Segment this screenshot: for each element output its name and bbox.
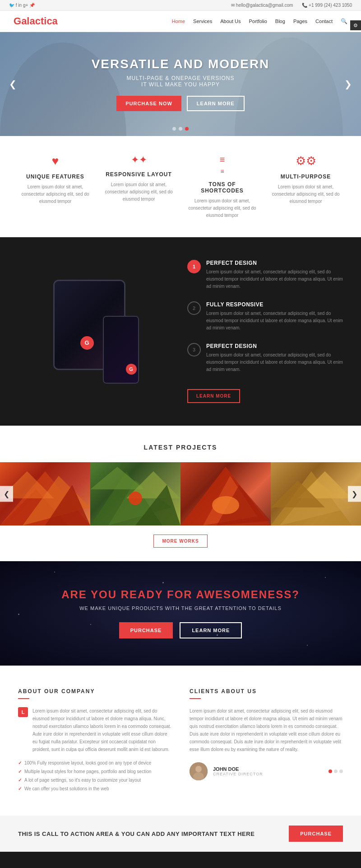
project-art-2 xyxy=(90,462,180,525)
logo-accent: G xyxy=(14,15,21,27)
learn-more-hero-button[interactable]: LEARN MORE xyxy=(187,96,245,111)
hero-title: VERSATILE AND MODERN xyxy=(92,57,270,71)
feature-num-3: 3 xyxy=(187,343,201,357)
dark-feature-3-title: PERFECT DESIGN xyxy=(206,343,347,349)
feature-multipurpose: ⚙⚙ MULTI-PURPOSE Lorem ipsum dolor sit a… xyxy=(264,154,347,219)
logo-text: alactica xyxy=(21,15,58,27)
nav-about[interactable]: About Us xyxy=(220,19,241,24)
more-works-button[interactable]: MORE WORKS xyxy=(153,535,207,548)
dark-feature-3-content: PERFECT DESIGN Lorem ipsum dolor sit ame… xyxy=(206,343,347,373)
stars-bg xyxy=(0,561,361,666)
feature-responsive-title: RESPONSIVE LAYOUT xyxy=(104,171,174,178)
cta-title-accent: AWESOMENESS? xyxy=(196,588,299,601)
shortcodes-icon: ≡≡ xyxy=(187,154,257,176)
svg-point-14 xyxy=(212,496,239,514)
gear-icon: ⚙⚙ xyxy=(271,154,341,168)
project-item-4[interactable] xyxy=(271,462,361,525)
svg-point-10 xyxy=(129,492,142,505)
projects-prev-arrow[interactable]: ❮ xyxy=(0,486,13,502)
pinterest-icon[interactable]: 📌 xyxy=(29,3,35,8)
hero-prev-arrow[interactable]: ❮ xyxy=(5,74,21,94)
settings-icon[interactable]: ⚙ xyxy=(350,20,361,30)
dark-learn-more-button[interactable]: LEARN MORE xyxy=(187,389,240,403)
dark-feature-1-content: PERFECT DESIGN Lorem ipsum dolor sit ame… xyxy=(206,260,347,290)
feature-unique: ♥ UNIQUE FEATURES Lorem ipsum dolor sit … xyxy=(14,154,97,219)
about-list-item-3: A lot of page settings, so it's easy to … xyxy=(18,776,171,784)
client-quote: Lorem ipsum dolor sit amet, consectetur … xyxy=(190,707,343,753)
cta-purchase-button[interactable]: PURCHASE xyxy=(119,622,173,638)
about-list-item-1: 100% Fully responsive layout, looks good… xyxy=(18,759,171,767)
cta-banner-text: THIS IS CALL TO ACTION AREA & YOU CAN AD… xyxy=(18,830,255,837)
feature-unique-text: Lorem ipsum dolor sit amet, consectetur … xyxy=(20,183,90,205)
clients-title: CLIENTS ABOUT US xyxy=(190,688,343,694)
purchase-button[interactable]: PURCHASE xyxy=(289,826,343,842)
nav-home[interactable]: Home xyxy=(172,19,185,24)
projects-next-arrow[interactable]: ❯ xyxy=(348,486,361,502)
rating-dot-3 xyxy=(339,769,343,773)
project-item-2[interactable] xyxy=(90,462,180,525)
nav-pages[interactable]: Pages xyxy=(293,19,307,24)
project-art-4 xyxy=(271,462,361,525)
dark-feature-2: 2 FULLY RESPONSIVE Lorem ipsum dolor sit… xyxy=(187,301,347,332)
hero-section: ❮ VERSATILE AND MODERN MULTI-PAGE & ONEP… xyxy=(0,32,361,136)
email-icon: ✉ xyxy=(231,3,235,8)
email-info: ✉ hello@galactica@gmail.com xyxy=(231,3,293,8)
gplus-icon[interactable]: g+ xyxy=(23,3,28,8)
top-bar: 🐦 f in g+ 📌 ✉ hello@galactica@gmail.com … xyxy=(0,0,361,11)
cta-subtitle: WE MAKE UNIQUE PRODUCTS WITH THE GREAT A… xyxy=(14,605,347,611)
hero-subtitle: MULTI-PAGE & ONEPAGE VERSIONS IT WILL MA… xyxy=(92,75,270,88)
project-item-1[interactable] xyxy=(0,462,90,525)
heart-icon: ♥ xyxy=(20,154,90,168)
footer: ABOUT US Lorem ipsum dolor sit amet, con… xyxy=(0,852,361,868)
client-role: CREATIVE DIRECTOR xyxy=(213,772,263,776)
feature-multipurpose-title: MULTI-PURPOSE xyxy=(271,174,341,180)
nav-blog[interactable]: Blog xyxy=(275,19,285,24)
project-art-1 xyxy=(0,462,90,525)
cta-learn-more-button[interactable]: LEARN MORE xyxy=(180,622,242,638)
about-intro: L Lorem ipsum dolor sit amet, consectetu… xyxy=(18,707,171,753)
device-container: G G xyxy=(49,280,139,384)
more-works-area: MORE WORKS xyxy=(0,535,361,548)
projects-title: LATEST PROJECTS xyxy=(0,444,361,451)
features-section: ♥ UNIQUE FEATURES Lorem ipsum dolor sit … xyxy=(0,136,361,237)
about-list: 100% Fully responsive layout, looks good… xyxy=(18,759,171,793)
twitter-icon[interactable]: 🐦 xyxy=(9,3,14,8)
rating-dot-active xyxy=(329,769,332,773)
about-underline xyxy=(18,698,29,699)
avatar-image xyxy=(190,762,208,780)
projects-section: LATEST PROJECTS ❮ xyxy=(0,426,361,561)
cta-title: ARE YOU READY FOR AWESOMENESS? xyxy=(14,588,347,601)
g-circle-1: G xyxy=(80,336,94,350)
clients-underline xyxy=(190,698,201,699)
rating-dots xyxy=(329,769,343,773)
nav-services[interactable]: Services xyxy=(193,19,212,24)
header: Galactica Home Services About Us Portfol… xyxy=(0,11,361,32)
svg-point-20 xyxy=(195,766,202,772)
social-links[interactable]: 🐦 f in g+ 📌 xyxy=(9,3,35,8)
search-icon[interactable]: 🔍 xyxy=(341,18,347,24)
facebook-icon[interactable]: f xyxy=(16,3,17,8)
about-column: ABOUT OUR COMPANY L Lorem ipsum dolor si… xyxy=(18,688,171,793)
feature-shortcodes-title: TONS OF SHORTCODES xyxy=(187,181,257,194)
logo[interactable]: Galactica xyxy=(14,15,58,27)
nav-contact[interactable]: Contact xyxy=(315,19,333,24)
clients-column: CLIENTS ABOUT US Lorem ipsum dolor sit a… xyxy=(190,688,343,793)
dark-features-content: 1 PERFECT DESIGN Lorem ipsum dolor sit a… xyxy=(187,260,347,403)
client-avatar xyxy=(190,762,208,780)
linkedin-icon[interactable]: in xyxy=(18,3,22,8)
rating-dot-2 xyxy=(334,769,338,773)
project-item-3[interactable] xyxy=(180,462,271,525)
nav-portfolio[interactable]: Portfolio xyxy=(249,19,267,24)
dark-features-section: G G 1 PERFECT DESIGN Lorem ipsum dolor s… xyxy=(0,237,361,426)
purchase-now-button[interactable]: PURCHASE NOW xyxy=(116,96,181,111)
client-name: JOHN DOE xyxy=(213,766,263,772)
dark-feature-2-title: FULLY RESPONSIVE xyxy=(206,301,347,308)
cta-banner: THIS IS CALL TO ACTION AREA & YOU CAN AD… xyxy=(0,816,361,852)
dark-feature-2-content: FULLY RESPONSIVE Lorem ipsum dolor sit a… xyxy=(206,301,347,332)
hero-next-arrow[interactable]: ❯ xyxy=(340,74,356,94)
responsive-icon: ✦✦ xyxy=(104,154,174,166)
cta-section: ARE YOU READY FOR AWESOMENESS? WE MAKE U… xyxy=(0,561,361,666)
main-nav: Home Services About Us Portfolio Blog Pa… xyxy=(172,18,347,24)
about-list-item-2: Multiple layout styles for home pages, p… xyxy=(18,767,171,776)
feature-num-2: 2 xyxy=(187,301,201,315)
